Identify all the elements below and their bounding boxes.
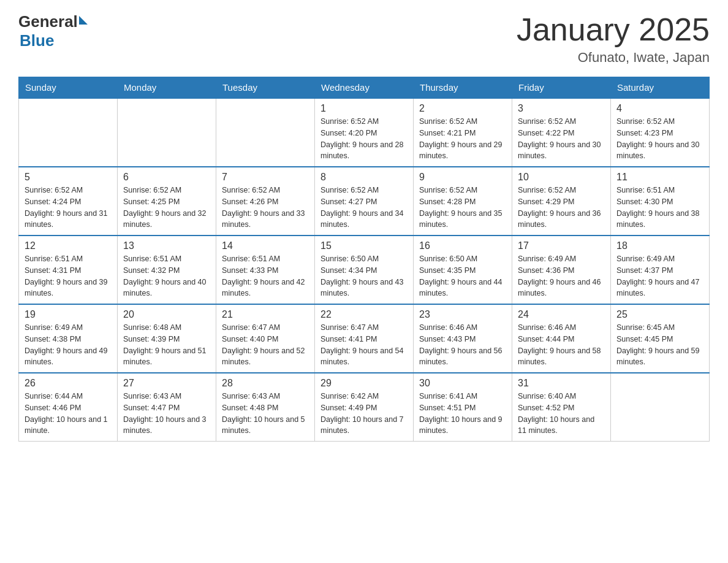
day-number: 8 <box>320 172 408 183</box>
day-info: Sunrise: 6:52 AMSunset: 4:20 PMDaylight:… <box>320 116 408 162</box>
day-number: 6 <box>123 172 210 183</box>
day-number: 12 <box>25 240 112 251</box>
calendar-cell: 18Sunrise: 6:49 AMSunset: 4:37 PMDayligh… <box>611 236 710 304</box>
calendar-cell <box>118 98 216 167</box>
day-info: Sunrise: 6:52 AMSunset: 4:28 PMDaylight:… <box>419 185 506 231</box>
day-number: 16 <box>419 240 506 251</box>
day-info: Sunrise: 6:46 AMSunset: 4:43 PMDaylight:… <box>419 322 506 368</box>
day-info: Sunrise: 6:43 AMSunset: 4:47 PMDaylight:… <box>123 391 210 437</box>
logo-general-text: General <box>18 12 78 31</box>
calendar-cell: 17Sunrise: 6:49 AMSunset: 4:36 PMDayligh… <box>512 236 611 304</box>
day-info: Sunrise: 6:52 AMSunset: 4:26 PMDaylight:… <box>222 185 309 231</box>
day-number: 31 <box>518 378 605 389</box>
day-number: 30 <box>419 378 506 389</box>
logo-triangle-icon <box>79 16 88 25</box>
calendar-cell: 26Sunrise: 6:44 AMSunset: 4:46 PMDayligh… <box>19 373 118 442</box>
calendar-title: January 2025 <box>517 12 710 47</box>
calendar-cell: 12Sunrise: 6:51 AMSunset: 4:31 PMDayligh… <box>19 236 118 304</box>
calendar-cell: 13Sunrise: 6:51 AMSunset: 4:32 PMDayligh… <box>118 236 216 304</box>
day-info: Sunrise: 6:49 AMSunset: 4:38 PMDaylight:… <box>25 322 112 368</box>
day-info: Sunrise: 6:43 AMSunset: 4:48 PMDaylight:… <box>222 391 309 437</box>
day-info: Sunrise: 6:42 AMSunset: 4:49 PMDaylight:… <box>320 391 408 437</box>
day-info: Sunrise: 6:52 AMSunset: 4:23 PMDaylight:… <box>616 116 703 162</box>
day-number: 25 <box>616 309 703 320</box>
calendar-cell: 21Sunrise: 6:47 AMSunset: 4:40 PMDayligh… <box>216 304 315 373</box>
weekday-header-tuesday: Tuesday <box>216 77 315 99</box>
day-number: 29 <box>320 378 408 389</box>
logo-blue-text: Blue <box>20 31 88 50</box>
weekday-header-saturday: Saturday <box>611 77 710 99</box>
calendar-cell: 31Sunrise: 6:40 AMSunset: 4:52 PMDayligh… <box>512 373 611 442</box>
day-info: Sunrise: 6:51 AMSunset: 4:32 PMDaylight:… <box>123 253 210 299</box>
day-info: Sunrise: 6:52 AMSunset: 4:27 PMDaylight:… <box>320 185 408 231</box>
calendar-cell: 16Sunrise: 6:50 AMSunset: 4:35 PMDayligh… <box>414 236 512 304</box>
day-number: 1 <box>320 103 408 114</box>
logo: General Blue <box>18 12 88 50</box>
day-info: Sunrise: 6:49 AMSunset: 4:37 PMDaylight:… <box>616 253 703 299</box>
day-number: 17 <box>518 240 605 251</box>
calendar-cell: 20Sunrise: 6:48 AMSunset: 4:39 PMDayligh… <box>118 304 216 373</box>
day-number: 13 <box>123 240 210 251</box>
day-number: 11 <box>616 172 703 183</box>
day-number: 5 <box>25 172 112 183</box>
day-number: 28 <box>222 378 309 389</box>
day-info: Sunrise: 6:52 AMSunset: 4:22 PMDaylight:… <box>518 116 605 162</box>
calendar-cell: 9Sunrise: 6:52 AMSunset: 4:28 PMDaylight… <box>414 167 512 236</box>
day-number: 15 <box>320 240 408 251</box>
calendar-cell: 23Sunrise: 6:46 AMSunset: 4:43 PMDayligh… <box>414 304 512 373</box>
calendar-cell <box>19 98 118 167</box>
calendar-week-1: 1Sunrise: 6:52 AMSunset: 4:20 PMDaylight… <box>19 98 710 167</box>
day-info: Sunrise: 6:49 AMSunset: 4:36 PMDaylight:… <box>518 253 605 299</box>
day-info: Sunrise: 6:46 AMSunset: 4:44 PMDaylight:… <box>518 322 605 368</box>
day-number: 14 <box>222 240 309 251</box>
calendar-cell: 4Sunrise: 6:52 AMSunset: 4:23 PMDaylight… <box>611 98 710 167</box>
calendar-cell: 28Sunrise: 6:43 AMSunset: 4:48 PMDayligh… <box>216 373 315 442</box>
day-number: 7 <box>222 172 309 183</box>
day-info: Sunrise: 6:40 AMSunset: 4:52 PMDaylight:… <box>518 391 605 437</box>
calendar-cell: 11Sunrise: 6:51 AMSunset: 4:30 PMDayligh… <box>611 167 710 236</box>
calendar-cell: 5Sunrise: 6:52 AMSunset: 4:24 PMDaylight… <box>19 167 118 236</box>
day-number: 26 <box>25 378 112 389</box>
weekday-header-wednesday: Wednesday <box>315 77 414 99</box>
day-info: Sunrise: 6:47 AMSunset: 4:41 PMDaylight:… <box>320 322 408 368</box>
calendar-cell <box>216 98 315 167</box>
day-info: Sunrise: 6:51 AMSunset: 4:31 PMDaylight:… <box>25 253 112 299</box>
day-number: 21 <box>222 309 309 320</box>
day-info: Sunrise: 6:44 AMSunset: 4:46 PMDaylight:… <box>25 391 112 437</box>
calendar-subtitle: Ofunato, Iwate, Japan <box>517 50 710 66</box>
weekday-header-row: SundayMondayTuesdayWednesdayThursdayFrid… <box>19 77 710 99</box>
day-info: Sunrise: 6:48 AMSunset: 4:39 PMDaylight:… <box>123 322 210 368</box>
day-info: Sunrise: 6:52 AMSunset: 4:24 PMDaylight:… <box>25 185 112 231</box>
calendar-table: SundayMondayTuesdayWednesdayThursdayFrid… <box>18 77 710 442</box>
day-info: Sunrise: 6:41 AMSunset: 4:51 PMDaylight:… <box>419 391 506 437</box>
day-info: Sunrise: 6:47 AMSunset: 4:40 PMDaylight:… <box>222 322 309 368</box>
day-number: 18 <box>616 240 703 251</box>
calendar-cell: 6Sunrise: 6:52 AMSunset: 4:25 PMDaylight… <box>118 167 216 236</box>
calendar-cell: 30Sunrise: 6:41 AMSunset: 4:51 PMDayligh… <box>414 373 512 442</box>
page-header: General Blue January 2025 Ofunato, Iwate… <box>18 12 710 66</box>
calendar-cell: 8Sunrise: 6:52 AMSunset: 4:27 PMDaylight… <box>315 167 414 236</box>
calendar-week-4: 19Sunrise: 6:49 AMSunset: 4:38 PMDayligh… <box>19 304 710 373</box>
calendar-cell: 14Sunrise: 6:51 AMSunset: 4:33 PMDayligh… <box>216 236 315 304</box>
day-info: Sunrise: 6:52 AMSunset: 4:21 PMDaylight:… <box>419 116 506 162</box>
day-info: Sunrise: 6:52 AMSunset: 4:29 PMDaylight:… <box>518 185 605 231</box>
day-number: 20 <box>123 309 210 320</box>
calendar-title-block: January 2025 Ofunato, Iwate, Japan <box>517 12 710 66</box>
calendar-cell: 7Sunrise: 6:52 AMSunset: 4:26 PMDaylight… <box>216 167 315 236</box>
calendar-cell: 27Sunrise: 6:43 AMSunset: 4:47 PMDayligh… <box>118 373 216 442</box>
day-number: 10 <box>518 172 605 183</box>
calendar-cell: 25Sunrise: 6:45 AMSunset: 4:45 PMDayligh… <box>611 304 710 373</box>
calendar-header: SundayMondayTuesdayWednesdayThursdayFrid… <box>19 77 710 99</box>
day-info: Sunrise: 6:51 AMSunset: 4:33 PMDaylight:… <box>222 253 309 299</box>
day-number: 4 <box>616 103 703 114</box>
calendar-cell: 3Sunrise: 6:52 AMSunset: 4:22 PMDaylight… <box>512 98 611 167</box>
day-number: 24 <box>518 309 605 320</box>
weekday-header-thursday: Thursday <box>414 77 512 99</box>
day-number: 2 <box>419 103 506 114</box>
weekday-header-sunday: Sunday <box>19 77 118 99</box>
day-info: Sunrise: 6:52 AMSunset: 4:25 PMDaylight:… <box>123 185 210 231</box>
calendar-cell: 24Sunrise: 6:46 AMSunset: 4:44 PMDayligh… <box>512 304 611 373</box>
day-number: 3 <box>518 103 605 114</box>
weekday-header-monday: Monday <box>118 77 216 99</box>
calendar-week-2: 5Sunrise: 6:52 AMSunset: 4:24 PMDaylight… <box>19 167 710 236</box>
